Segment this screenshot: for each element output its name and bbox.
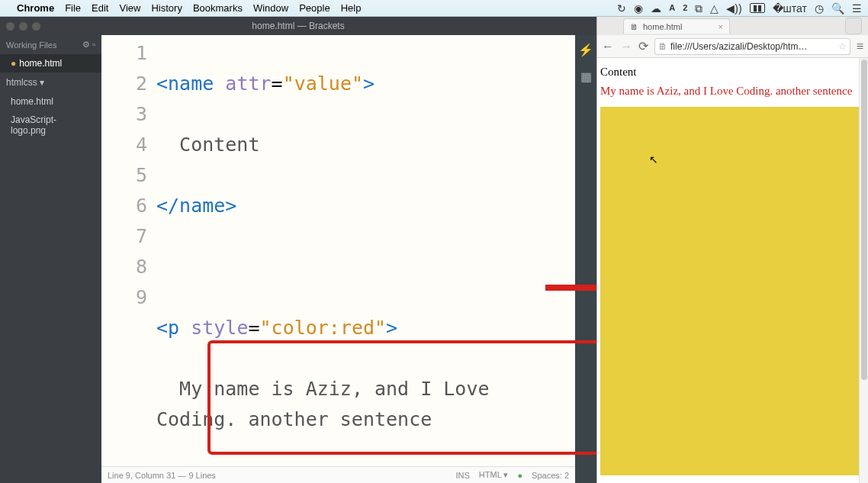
brackets-sidebar: Working Files ⚙ ▫ ●home.html htmlcss ▾ h… — [0, 35, 101, 483]
forward-button[interactable]: → — [620, 40, 632, 53]
project-file-home[interactable]: home.html — [0, 92, 101, 111]
file-tab-icon: 🗎 — [630, 22, 638, 31]
dropbox-icon[interactable]: ⧉ — [695, 3, 702, 14]
extensions-icon[interactable]: ▦ — [580, 69, 592, 84]
gdrive-icon[interactable]: △ — [710, 3, 719, 14]
line-gutter: 123456789 — [101, 38, 156, 466]
sync-icon[interactable]: ↻ — [617, 3, 626, 14]
macos-menubar: Chrome File Edit View History Bookmarks … — [0, 0, 868, 17]
menu-window[interactable]: Window — [253, 2, 288, 14]
chevron-down-icon: ▾ — [40, 77, 44, 88]
brackets-right-rail: ⚡ ▦ — [575, 35, 596, 483]
chrome-toolbar: ← → ⟳ 🗎 file:///Users/azizali/Desktop/ht… — [597, 35, 868, 58]
url-text: file:///Users/azizali/Desktop/htm… — [670, 41, 807, 52]
address-bar[interactable]: 🗎 file:///Users/azizali/Desktop/htm… ☆ — [654, 38, 850, 55]
menu-people[interactable]: People — [299, 2, 330, 14]
dirty-dot-icon: ● — [11, 58, 16, 69]
brackets-statusbar: Line 9, Column 31 — 9 Lines INS HTML ▾ ●… — [101, 466, 575, 483]
brackets-window-title: home.html — Brackets — [0, 21, 596, 31]
back-button[interactable]: ← — [602, 40, 614, 53]
working-files-header: Working Files ⚙ ▫ — [0, 35, 101, 54]
lint-ok-icon[interactable]: ● — [517, 471, 522, 480]
menulist-icon[interactable]: ☰ — [852, 3, 862, 14]
menu-bookmarks[interactable]: Bookmarks — [193, 2, 243, 14]
page-image-placeholder — [600, 107, 865, 475]
app-name[interactable]: Chrome — [17, 2, 54, 14]
scrollbar-thumb[interactable] — [861, 60, 867, 380]
spaces-indicator[interactable]: Spaces: 2 — [532, 471, 569, 480]
circle-icon[interactable]: ◉ — [634, 3, 643, 14]
adobe-icon[interactable]: A — [669, 4, 675, 12]
menu-help[interactable]: Help — [341, 2, 362, 14]
clock-icon[interactable]: ◷ — [815, 3, 824, 14]
page-scrollbar[interactable] — [859, 58, 868, 483]
badge-2-icon[interactable]: 2 — [683, 4, 687, 12]
page-icon: 🗎 — [658, 41, 667, 52]
chrome-titlebar: 🗎 home.html × — [597, 17, 868, 35]
language-mode[interactable]: HTML ▾ — [479, 470, 509, 480]
cloud-icon[interactable]: ☁ — [651, 3, 661, 14]
working-file-label: home.html — [19, 58, 62, 69]
cursor-position: Line 9, Column 31 — 9 Lines — [108, 471, 216, 480]
insert-mode[interactable]: INS — [455, 471, 469, 480]
working-files-label: Working Files — [6, 40, 56, 50]
volume-icon[interactable]: ◀)) — [726, 3, 741, 14]
spotlight-icon[interactable]: 🔍 — [831, 3, 844, 14]
sidebar-gear-icon[interactable]: ⚙ ▫ — [82, 40, 95, 50]
rendered-page: Content My name is Aziz, and I Love Codi… — [597, 58, 868, 483]
menu-file[interactable]: File — [65, 2, 81, 14]
menubar-status-icons: ↻ ◉ ☁ A 2 ⧉ △ ◀)) ▮▮ �штат ◷ 🔍 ☰ — [617, 3, 862, 14]
tab-title: home.html — [643, 22, 682, 31]
menu-history[interactable]: History — [151, 2, 182, 14]
page-content-text: Content — [600, 66, 865, 79]
brackets-window: home.html — Brackets Working Files ⚙ ▫ ●… — [0, 17, 596, 483]
mouse-cursor-icon: ↖ — [649, 153, 658, 166]
profile-avatar-icon[interactable] — [845, 18, 862, 34]
hamburger-menu-icon[interactable]: ≡ — [857, 40, 863, 53]
menu-edit[interactable]: Edit — [92, 2, 108, 14]
brackets-editor[interactable]: 123456789 <name attr="value"> Content </… — [101, 35, 575, 483]
project-file-logo[interactable]: JavaScript-logo.png — [0, 111, 101, 140]
battery-icon[interactable]: ▮▮ — [750, 3, 765, 13]
desktop: home.html — Brackets Working Files ⚙ ▫ ●… — [0, 17, 868, 483]
code-content[interactable]: <name attr="value"> Content </name> <p s… — [156, 38, 575, 466]
working-file-home[interactable]: ●home.html — [0, 54, 101, 72]
page-red-paragraph: My name is Aziz, and I Love Coding. anot… — [600, 85, 865, 98]
chrome-window: 🗎 home.html × ← → ⟳ 🗎 file:///Users/aziz… — [596, 17, 868, 483]
brackets-titlebar: home.html — Brackets — [0, 17, 596, 35]
project-folder[interactable]: htmlcss ▾ — [0, 72, 101, 92]
wifi-icon[interactable]: �штат — [773, 3, 807, 14]
close-tab-icon[interactable]: × — [719, 22, 723, 31]
browser-tab[interactable]: 🗎 home.html × — [623, 18, 730, 34]
live-preview-icon[interactable]: ⚡ — [578, 43, 593, 57]
reload-button[interactable]: ⟳ — [638, 39, 648, 53]
menu-view[interactable]: View — [119, 2, 140, 14]
bookmark-star-icon[interactable]: ☆ — [838, 41, 847, 52]
